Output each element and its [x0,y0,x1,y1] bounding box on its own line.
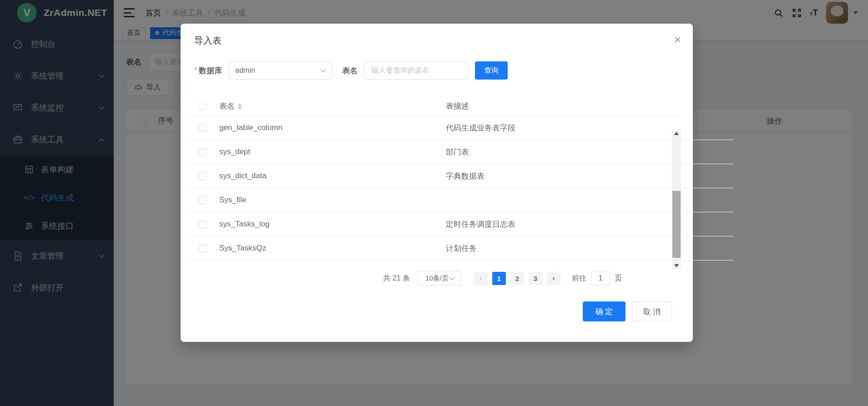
table-name-cell: gen_table_column [219,123,446,132]
goto-suffix: 页 [615,274,622,283]
table-name-cell: Sys_file [219,195,446,205]
dialog-title: 导入表 [194,35,679,47]
table-desc-cell: 代码生成业务表字段 [446,123,734,133]
name-column-header[interactable]: 表名 [219,101,235,111]
goto-label: 前往 [572,274,586,283]
table-desc-cell: 字典数据表 [446,171,734,181]
row-checkbox[interactable] [199,221,207,228]
scrollbar-thumb[interactable] [672,191,681,258]
prev-page-button[interactable]: ‹ [474,272,488,285]
chevron-down-icon [320,67,326,73]
table-row[interactable]: sys_dict_data 字典数据表 [190,164,734,188]
table-row[interactable]: gen_table_column 代码生成业务表字段 [190,116,734,140]
dialog-footer: 确 定 取 消 [181,301,693,321]
cancel-button[interactable]: 取 消 [632,301,672,321]
select-all-checkbox[interactable] [199,102,207,110]
dialog-header: 导入表 × [181,24,693,47]
required-mark: * [194,66,197,75]
table-row[interactable]: sys_dept 部门表 [190,140,734,164]
search-button[interactable]: 查询 [475,61,508,80]
next-page-button[interactable]: › [547,272,560,285]
dialog-filter-form: * 数据库 admin 表名 查询 [181,61,693,80]
table-scrollbar[interactable] [672,130,681,269]
table-name-cell: sys_dept [219,147,446,156]
row-checkbox[interactable] [199,196,207,204]
confirm-button[interactable]: 确 定 [583,301,626,321]
table-name-cell: sys_dict_data [219,171,446,180]
table-row[interactable]: Sys_file [190,188,734,212]
sort-carets-icon[interactable] [237,103,242,110]
modal-table-name-input[interactable] [364,61,469,80]
row-checkbox[interactable] [199,148,207,156]
dialog-pagination: 共 21 条 10条/页 ‹ 1 2 3 › 前往 页 [181,271,693,286]
page-button-3[interactable]: 3 [529,272,542,285]
table-name-cell: Sys_TasksQz [219,244,446,253]
close-icon[interactable]: × [674,34,681,45]
scroll-up-icon[interactable] [672,130,681,137]
row-checkbox[interactable] [199,124,207,132]
row-checkbox[interactable] [199,172,207,180]
modal-table-name-label: 表名 [342,65,358,76]
table-name-cell: sys_Tasks_log [219,220,446,229]
scroll-down-icon[interactable] [672,262,681,269]
table-desc-cell: 部门表 [446,147,734,157]
table-desc-cell: 计划任务 [446,243,734,254]
dialog-table-header: 表名 表描述 [190,97,679,116]
dialog-table: 表名 表描述 gen_table_column 代码生成业务表字段 sys_de… [190,97,679,261]
page-size-value: 10条/页 [424,274,450,283]
desc-column-header: 表描述 [446,101,679,111]
database-select-value: admin [235,66,321,75]
table-row[interactable]: sys_Tasks_log 定时任务调度日志表 [190,212,734,236]
pagination-total: 共 21 条 [383,274,410,283]
table-row[interactable]: Sys_TasksQz 计划任务 [190,236,734,261]
database-select[interactable]: admin [228,61,332,80]
table-desc-cell: 定时任务调度日志表 [446,219,734,230]
import-table-dialog: 导入表 × * 数据库 admin 表名 查询 表名 表描述 gen_table… [181,24,693,342]
scrollbar-track[interactable] [672,137,681,262]
chevron-down-icon [449,275,455,281]
goto-page-input[interactable] [591,271,610,286]
dialog-table-body: gen_table_column 代码生成业务表字段 sys_dept 部门表 … [190,116,734,261]
page-size-select[interactable]: 10条/页 [417,271,461,286]
row-checkbox[interactable] [199,245,207,252]
page-button-2[interactable]: 2 [510,272,524,285]
database-label: 数据库 [199,65,222,76]
page-button-1[interactable]: 1 [492,272,506,285]
